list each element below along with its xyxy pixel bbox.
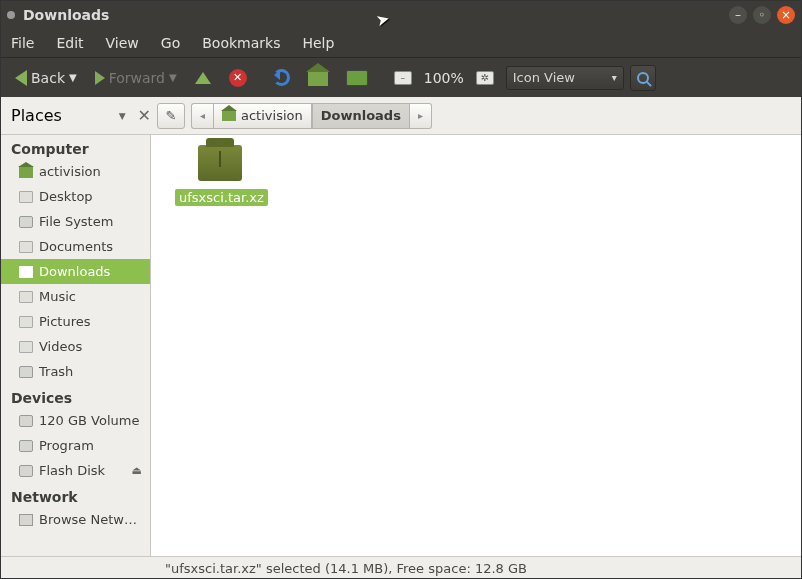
search-button[interactable] <box>630 65 656 91</box>
back-icon <box>15 70 27 86</box>
sidebar: Computer activision Desktop File System … <box>1 135 151 556</box>
sidebar-item-home[interactable]: activision <box>1 159 150 184</box>
menu-bookmarks[interactable]: Bookmarks <box>198 33 284 53</box>
sidebar-item-label: Program <box>39 438 94 453</box>
close-sidebar-button[interactable]: ✕ <box>138 106 151 125</box>
forward-button[interactable]: Forward ▼ <box>89 67 183 89</box>
breadcrumb-prev-button[interactable]: ◂ <box>191 103 213 129</box>
zoom-level: 100% <box>424 70 464 86</box>
window-icon <box>7 11 15 19</box>
zoom-in-icon: ✲ <box>476 71 494 85</box>
home-icon <box>19 166 33 178</box>
close-button[interactable]: × <box>777 6 795 24</box>
sidebar-item-label: Music <box>39 289 76 304</box>
drive-icon <box>19 216 33 228</box>
forward-label: Forward <box>109 70 165 86</box>
stop-icon: ✕ <box>229 69 247 87</box>
eject-icon[interactable]: ⏏ <box>132 464 142 477</box>
reload-button[interactable] <box>267 66 296 89</box>
reload-icon <box>273 69 290 86</box>
minimize-button[interactable]: – <box>729 6 747 24</box>
monitor-icon <box>346 70 368 86</box>
pictures-icon <box>19 316 33 328</box>
sidebar-item-program[interactable]: Program <box>1 433 150 458</box>
zoom-out-icon: – <box>394 71 412 85</box>
home-button[interactable] <box>302 67 334 89</box>
breadcrumb-label: activision <box>241 108 303 123</box>
window-title: Downloads <box>23 7 723 23</box>
sidebar-item-label: File System <box>39 214 113 229</box>
view-mode-select[interactable]: Icon View ▾ <box>506 66 624 90</box>
breadcrumb: ◂ activision Downloads ▸ <box>191 103 432 129</box>
menu-edit[interactable]: Edit <box>52 33 87 53</box>
zoom-out-button[interactable]: – <box>388 68 418 88</box>
sidebar-item-label: Browse Netw… <box>39 512 137 527</box>
sidebar-item-flash[interactable]: Flash Disk⏏ <box>1 458 150 483</box>
maximize-button[interactable]: ◦ <box>753 6 771 24</box>
sidebar-item-label: Trash <box>39 364 73 379</box>
menubar: File Edit View Go Bookmarks Help <box>1 29 801 57</box>
section-network: Network <box>1 483 150 507</box>
breadcrumb-next-button[interactable]: ▸ <box>410 103 432 129</box>
trash-icon <box>19 366 33 378</box>
sidebar-item-label: Downloads <box>39 264 110 279</box>
chevron-down-icon[interactable]: ▼ <box>119 111 126 121</box>
sidebar-item-pictures[interactable]: Pictures <box>1 309 150 334</box>
menu-view[interactable]: View <box>102 33 143 53</box>
sidebar-item-volume[interactable]: 120 GB Volume <box>1 408 150 433</box>
file-name: ufsxsci.tar.xz <box>175 189 268 206</box>
search-icon <box>637 72 649 84</box>
drive-icon <box>19 415 33 427</box>
breadcrumb-label: Downloads <box>321 108 401 123</box>
forward-icon <box>95 71 105 85</box>
menu-go[interactable]: Go <box>157 33 184 53</box>
sidebar-item-trash[interactable]: Trash <box>1 359 150 384</box>
sidebar-item-documents[interactable]: Documents <box>1 234 150 259</box>
toolbar: Back ▼ Forward ▼ ✕ – 100% ✲ Icon View ▾ <box>1 57 801 97</box>
sidebar-item-label: Videos <box>39 339 82 354</box>
sidebar-item-label: activision <box>39 164 101 179</box>
menu-file[interactable]: File <box>7 33 38 53</box>
breadcrumb-current[interactable]: Downloads <box>312 103 410 129</box>
places-label[interactable]: Places <box>11 106 107 125</box>
network-icon <box>19 514 33 526</box>
sidebar-item-music[interactable]: Music <box>1 284 150 309</box>
folder-icon <box>19 191 33 203</box>
sidebar-item-label: Pictures <box>39 314 90 329</box>
chevron-down-icon[interactable]: ▼ <box>69 72 77 83</box>
sidebar-item-browse-network[interactable]: Browse Netw… <box>1 507 150 532</box>
up-button[interactable] <box>189 69 217 87</box>
file-view[interactable]: ufsxsci.tar.xz <box>151 135 801 556</box>
titlebar[interactable]: Downloads – ◦ × <box>1 1 801 29</box>
sidebar-item-label: Desktop <box>39 189 93 204</box>
music-icon <box>19 291 33 303</box>
breadcrumb-home[interactable]: activision <box>213 103 312 129</box>
edit-path-button[interactable]: ✎ <box>157 103 185 129</box>
sidebar-item-videos[interactable]: Videos <box>1 334 150 359</box>
sidebar-item-filesystem[interactable]: File System <box>1 209 150 234</box>
home-icon <box>222 110 236 121</box>
up-icon <box>195 72 211 84</box>
folder-icon <box>19 241 33 253</box>
zoom-in-button[interactable]: ✲ <box>470 68 500 88</box>
sidebar-item-desktop[interactable]: Desktop <box>1 184 150 209</box>
menu-help[interactable]: Help <box>298 33 338 53</box>
statusbar: "ufsxsci.tar.xz" selected (14.1 MB), Fre… <box>1 556 801 579</box>
home-icon <box>308 70 328 86</box>
sidebar-item-downloads[interactable]: Downloads <box>1 259 150 284</box>
drive-icon <box>19 440 33 452</box>
chevron-down-icon[interactable]: ▼ <box>169 72 177 83</box>
back-label: Back <box>31 70 65 86</box>
section-computer: Computer <box>1 135 150 159</box>
drive-icon <box>19 465 33 477</box>
sidebar-item-label: 120 GB Volume <box>39 413 139 428</box>
back-button[interactable]: Back ▼ <box>9 67 83 89</box>
view-mode-label: Icon View <box>513 70 575 85</box>
status-text: "ufsxsci.tar.xz" selected (14.1 MB), Fre… <box>165 561 527 576</box>
computer-button[interactable] <box>340 67 374 89</box>
pathbar: Places ▼ ✕ ✎ ◂ activision Downloads ▸ <box>1 97 801 135</box>
file-item[interactable]: ufsxsci.tar.xz <box>175 141 265 206</box>
videos-icon <box>19 341 33 353</box>
sidebar-item-label: Flash Disk <box>39 463 105 478</box>
stop-button[interactable]: ✕ <box>223 66 253 90</box>
